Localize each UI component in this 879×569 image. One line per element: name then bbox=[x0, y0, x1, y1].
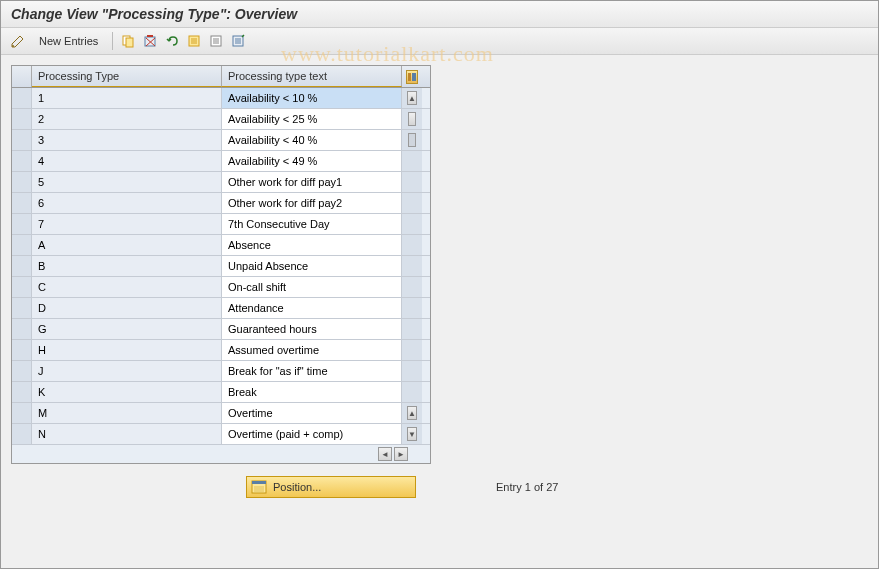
row-marker[interactable] bbox=[12, 256, 32, 276]
scroll-cell bbox=[402, 298, 422, 318]
row-marker[interactable] bbox=[12, 298, 32, 318]
cell-processing-type[interactable]: A bbox=[32, 235, 222, 255]
cell-processing-text[interactable]: Availability < 25 % bbox=[222, 109, 402, 129]
cell-processing-type[interactable]: K bbox=[32, 382, 222, 402]
scroll-cell bbox=[402, 214, 422, 234]
svg-rect-7 bbox=[408, 73, 411, 81]
position-icon bbox=[251, 480, 267, 494]
scroll-right-icon[interactable]: ► bbox=[394, 447, 408, 461]
row-marker[interactable] bbox=[12, 277, 32, 297]
cell-processing-type[interactable]: 2 bbox=[32, 109, 222, 129]
table-row[interactable]: 4Availability < 49 % bbox=[12, 151, 430, 172]
cell-processing-text[interactable]: Break for "as if" time bbox=[222, 361, 402, 381]
cell-processing-text[interactable]: Other work for diff pay1 bbox=[222, 172, 402, 192]
svg-rect-8 bbox=[412, 73, 416, 81]
row-marker[interactable] bbox=[12, 130, 32, 150]
cell-processing-text[interactable]: Availability < 40 % bbox=[222, 130, 402, 150]
cell-processing-text[interactable]: Unpaid Absence bbox=[222, 256, 402, 276]
cell-processing-text[interactable]: On-call shift bbox=[222, 277, 402, 297]
cell-processing-type[interactable]: 5 bbox=[32, 172, 222, 192]
new-entries-button[interactable]: New Entries bbox=[31, 33, 106, 49]
cell-processing-text[interactable]: Availability < 49 % bbox=[222, 151, 402, 171]
table-row[interactable]: DAttendance bbox=[12, 298, 430, 319]
cell-processing-type[interactable]: G bbox=[32, 319, 222, 339]
row-marker[interactable] bbox=[12, 403, 32, 423]
row-marker[interactable] bbox=[12, 88, 32, 108]
column-header-text[interactable]: Processing type text bbox=[222, 66, 402, 87]
scroll-cell: ▲ bbox=[402, 403, 422, 423]
table-row[interactable]: HAssumed overtime bbox=[12, 340, 430, 361]
cell-processing-text[interactable]: Overtime bbox=[222, 403, 402, 423]
row-marker[interactable] bbox=[12, 319, 32, 339]
cell-processing-type[interactable]: J bbox=[32, 361, 222, 381]
table-row[interactable]: JBreak for "as if" time bbox=[12, 361, 430, 382]
cell-processing-text[interactable]: Availability < 10 % bbox=[222, 88, 402, 108]
table-row[interactable]: BUnpaid Absence bbox=[12, 256, 430, 277]
scroll-cell bbox=[402, 235, 422, 255]
table-row[interactable]: 5Other work for diff pay1 bbox=[12, 172, 430, 193]
scroll-up-icon[interactable]: ▲ bbox=[407, 91, 417, 105]
row-marker[interactable] bbox=[12, 109, 32, 129]
copy-icon[interactable] bbox=[119, 32, 137, 50]
cell-processing-text[interactable]: Guaranteed hours bbox=[222, 319, 402, 339]
table-row[interactable]: MOvertime▲ bbox=[12, 403, 430, 424]
cell-processing-type[interactable]: H bbox=[32, 340, 222, 360]
table-row[interactable]: 6Other work for diff pay2 bbox=[12, 193, 430, 214]
row-marker[interactable] bbox=[12, 340, 32, 360]
change-icon[interactable] bbox=[9, 32, 27, 50]
table-row[interactable]: 1Availability < 10 %▲ bbox=[12, 88, 430, 109]
cell-processing-type[interactable]: B bbox=[32, 256, 222, 276]
cell-processing-text[interactable]: Attendance bbox=[222, 298, 402, 318]
cell-processing-text[interactable]: Assumed overtime bbox=[222, 340, 402, 360]
scroll-down-icon[interactable]: ▼ bbox=[407, 427, 417, 441]
table-row[interactable]: GGuaranteed hours bbox=[12, 319, 430, 340]
table-row[interactable]: KBreak bbox=[12, 382, 430, 403]
cell-processing-text[interactable]: Break bbox=[222, 382, 402, 402]
cell-processing-text[interactable]: Other work for diff pay2 bbox=[222, 193, 402, 213]
delete-icon[interactable] bbox=[141, 32, 159, 50]
scroll-track[interactable] bbox=[408, 133, 416, 147]
scroll-up-small-icon[interactable]: ▲ bbox=[407, 406, 417, 420]
cell-processing-type[interactable]: D bbox=[32, 298, 222, 318]
table-row[interactable]: AAbsence bbox=[12, 235, 430, 256]
cell-processing-type[interactable]: 6 bbox=[32, 193, 222, 213]
select-all-icon[interactable] bbox=[185, 32, 203, 50]
undo-icon[interactable] bbox=[163, 32, 181, 50]
svg-point-0 bbox=[12, 45, 14, 47]
cell-processing-type[interactable]: 3 bbox=[32, 130, 222, 150]
settings-icon bbox=[406, 70, 418, 84]
table-row[interactable]: 77th Consecutive Day bbox=[12, 214, 430, 235]
position-button[interactable]: Position... bbox=[246, 476, 416, 498]
horizontal-scrollbar[interactable]: ◄ ► bbox=[12, 445, 430, 463]
cell-processing-type[interactable]: N bbox=[32, 424, 222, 444]
cell-processing-type[interactable]: M bbox=[32, 403, 222, 423]
deselect-all-icon[interactable] bbox=[207, 32, 225, 50]
table-row[interactable]: 3Availability < 40 % bbox=[12, 130, 430, 151]
row-marker[interactable] bbox=[12, 151, 32, 171]
row-marker-header[interactable] bbox=[12, 66, 32, 87]
row-marker[interactable] bbox=[12, 361, 32, 381]
table-row[interactable]: COn-call shift bbox=[12, 277, 430, 298]
row-marker[interactable] bbox=[12, 214, 32, 234]
table-row[interactable]: 2Availability < 25 % bbox=[12, 109, 430, 130]
print-icon[interactable] bbox=[229, 32, 247, 50]
row-marker[interactable] bbox=[12, 235, 32, 255]
table-row[interactable]: NOvertime (paid + comp)▼ bbox=[12, 424, 430, 445]
cell-processing-text[interactable]: Absence bbox=[222, 235, 402, 255]
cell-processing-type[interactable]: C bbox=[32, 277, 222, 297]
scroll-cell bbox=[402, 361, 422, 381]
scroll-left-icon[interactable]: ◄ bbox=[378, 447, 392, 461]
table-settings-button[interactable] bbox=[402, 66, 422, 87]
row-marker[interactable] bbox=[12, 382, 32, 402]
table-header: Processing Type Processing type text bbox=[12, 66, 430, 88]
row-marker[interactable] bbox=[12, 193, 32, 213]
row-marker[interactable] bbox=[12, 424, 32, 444]
row-marker[interactable] bbox=[12, 172, 32, 192]
cell-processing-type[interactable]: 4 bbox=[32, 151, 222, 171]
cell-processing-type[interactable]: 7 bbox=[32, 214, 222, 234]
cell-processing-text[interactable]: 7th Consecutive Day bbox=[222, 214, 402, 234]
cell-processing-text[interactable]: Overtime (paid + comp) bbox=[222, 424, 402, 444]
scroll-thumb[interactable] bbox=[408, 112, 416, 126]
cell-processing-type[interactable]: 1 bbox=[32, 88, 222, 108]
column-header-type[interactable]: Processing Type bbox=[32, 66, 222, 87]
